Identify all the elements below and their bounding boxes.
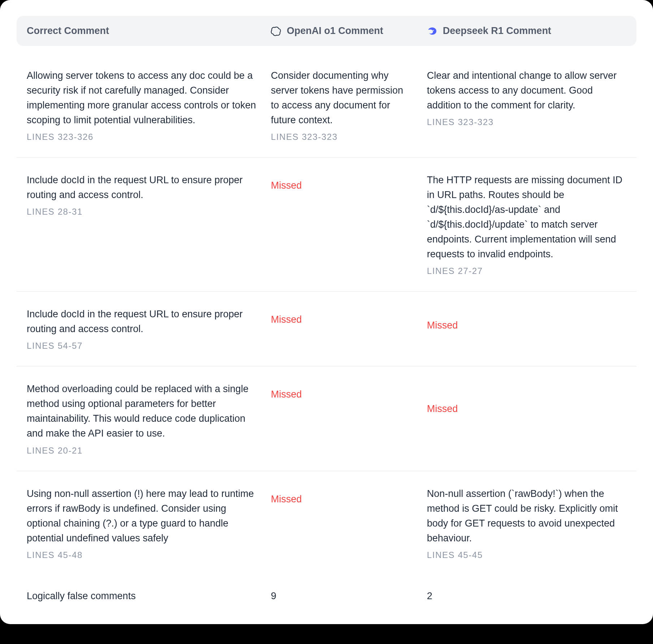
table-row: Include docId in the request URL to ensu… — [17, 292, 636, 366]
correct-comment-text: Include docId in the request URL to ensu… — [27, 173, 271, 202]
openai-lines-meta: LINES 323-323 — [271, 132, 427, 142]
correct-lines-meta: LINES 54-57 — [27, 341, 271, 351]
openai-missed-label: Missed — [271, 173, 427, 191]
header-correct-label: Correct Comment — [27, 25, 109, 37]
table-header-row: Correct Comment OpenAI o1 Comment Deepse… — [17, 16, 636, 46]
openai-cell: Consider documenting why server tokens h… — [271, 68, 427, 142]
table-row: Allowing server tokens to access any doc… — [17, 53, 636, 158]
summary-row: Logically false comments 9 2 — [17, 575, 636, 617]
deepseek-cell: Missed — [427, 382, 626, 415]
openai-cell: Missed — [271, 173, 427, 191]
deepseek-lines-meta: LINES 27-27 — [427, 266, 626, 276]
header-deepseek-label: Deepseek R1 Comment — [443, 25, 551, 37]
table-row: Using non-null assertion (!) here may le… — [17, 471, 636, 575]
summary-openai-value: 9 — [271, 591, 427, 602]
correct-lines-meta: LINES 323-326 — [27, 132, 271, 142]
header-openai-label: OpenAI o1 Comment — [287, 25, 383, 37]
openai-missed-label: Missed — [271, 382, 427, 400]
openai-icon — [271, 26, 282, 37]
deepseek-comment-text: Non-null assertion (`rawBody!`) when the… — [427, 486, 626, 546]
summary-label: Logically false comments — [27, 591, 271, 602]
deepseek-cell: Non-null assertion (`rawBody!`) when the… — [427, 486, 626, 560]
deepseek-cell: Clear and intentional change to allow se… — [427, 68, 626, 127]
correct-comment-text: Using non-null assertion (!) here may le… — [27, 486, 271, 546]
deepseek-comment-text: Clear and intentional change to allow se… — [427, 68, 626, 113]
correct-lines-meta: LINES 20-21 — [27, 446, 271, 456]
correct-comment-text: Allowing server tokens to access any doc… — [27, 68, 271, 128]
deepseek-missed-label: Missed — [427, 382, 626, 415]
header-deepseek: Deepseek R1 Comment — [427, 25, 626, 37]
correct-comment-text: Include docId in the request URL to ensu… — [27, 307, 271, 336]
correct-cell: Method overloading could be replaced wit… — [27, 382, 271, 455]
deepseek-cell: Missed — [427, 307, 626, 331]
comparison-table: Correct Comment OpenAI o1 Comment Deepse… — [0, 0, 653, 624]
correct-cell: Include docId in the request URL to ensu… — [27, 173, 271, 217]
deepseek-lines-meta: LINES 323-323 — [427, 117, 626, 127]
deepseek-cell: The HTTP requests are missing document I… — [427, 173, 626, 276]
correct-lines-meta: LINES 45-48 — [27, 550, 271, 560]
table-row: Include docId in the request URL to ensu… — [17, 158, 636, 292]
deepseek-lines-meta: LINES 45-45 — [427, 550, 626, 560]
openai-missed-label: Missed — [271, 486, 427, 505]
summary-openai-cell: 9 — [271, 591, 427, 602]
openai-cell: Missed — [271, 382, 427, 400]
table-row: Method overloading could be replaced wit… — [17, 366, 636, 471]
correct-lines-meta: LINES 28-31 — [27, 207, 271, 217]
correct-cell: Include docId in the request URL to ensu… — [27, 307, 271, 351]
openai-missed-label: Missed — [271, 307, 427, 325]
deepseek-comment-text: The HTTP requests are missing document I… — [427, 173, 626, 262]
openai-comment-text: Consider documenting why server tokens h… — [271, 68, 427, 128]
summary-deepseek-cell: 2 — [427, 591, 626, 602]
correct-comment-text: Method overloading could be replaced wit… — [27, 382, 271, 441]
header-openai: OpenAI o1 Comment — [271, 25, 427, 37]
correct-cell: Allowing server tokens to access any doc… — [27, 68, 271, 142]
deepseek-icon — [427, 26, 438, 37]
svg-point-0 — [433, 30, 434, 31]
summary-label-cell: Logically false comments — [27, 591, 271, 602]
openai-cell: Missed — [271, 486, 427, 505]
summary-deepseek-value: 2 — [427, 591, 626, 602]
correct-cell: Using non-null assertion (!) here may le… — [27, 486, 271, 560]
deepseek-missed-label: Missed — [427, 307, 626, 331]
header-correct: Correct Comment — [27, 25, 271, 37]
openai-cell: Missed — [271, 307, 427, 325]
